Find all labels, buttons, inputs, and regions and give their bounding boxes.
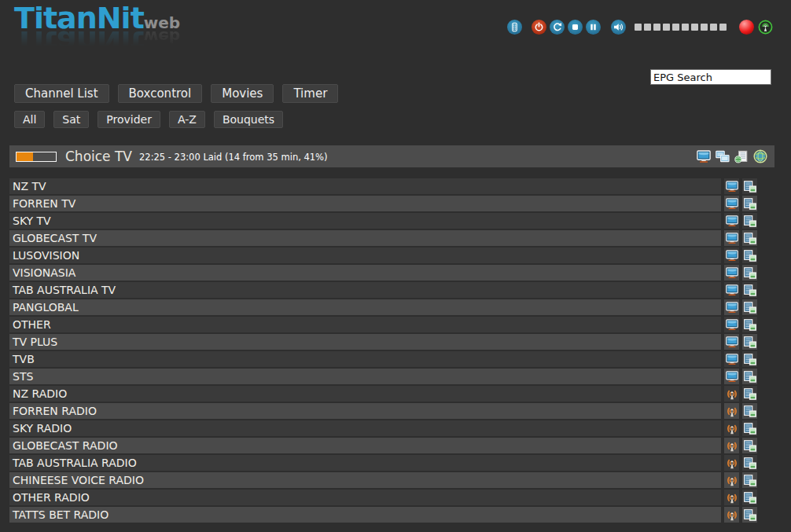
volume-segment[interactable]: [653, 24, 660, 31]
channel-name[interactable]: TVB: [9, 351, 721, 367]
radio-icon-cell[interactable]: [724, 472, 739, 488]
epg-icon-cell[interactable]: [742, 386, 757, 402]
tab-boxcontrol[interactable]: Boxcontrol: [118, 84, 203, 103]
epg-icon-cell[interactable]: [742, 282, 757, 298]
tv-icon-cell[interactable]: [724, 351, 739, 367]
channel-name[interactable]: FORREN TV: [9, 196, 721, 211]
channel-name[interactable]: STS: [9, 369, 721, 384]
epg-icon-cell[interactable]: [742, 265, 757, 281]
tv-icon-cell[interactable]: [724, 299, 739, 315]
epg-icon-cell[interactable]: [742, 490, 757, 505]
epg-icon-cell[interactable]: [742, 230, 757, 246]
radio-icon-cell[interactable]: [724, 403, 739, 419]
volume-segment[interactable]: [635, 24, 642, 31]
epg-icon-cell[interactable]: [742, 455, 757, 471]
epg-icon-cell[interactable]: [742, 420, 757, 436]
volume-segment[interactable]: [663, 24, 670, 31]
epg-icon-cell[interactable]: [742, 438, 757, 453]
epg-search-input[interactable]: [650, 69, 771, 85]
volume-segment[interactable]: [710, 24, 717, 31]
epg-list-icon: [744, 371, 756, 383]
epg-icon-cell[interactable]: [742, 472, 757, 488]
remote-control-button[interactable]: [507, 20, 522, 35]
tv-icon-cell[interactable]: [724, 178, 739, 194]
tv-icon-cell[interactable]: [724, 213, 739, 229]
channel-name[interactable]: OTHER: [9, 317, 721, 332]
tv-icon-cell[interactable]: [724, 196, 739, 211]
tv-icon: [726, 233, 738, 244]
tv-icon-cell[interactable]: [724, 369, 739, 384]
tv-icon-cell[interactable]: [724, 334, 739, 350]
filter-sat[interactable]: Sat: [53, 111, 89, 128]
stop-button[interactable]: [568, 20, 583, 35]
web-button[interactable]: [752, 149, 768, 164]
power-button[interactable]: [532, 20, 546, 35]
radio-icon-cell[interactable]: [724, 455, 739, 471]
tv-icon-cell[interactable]: [724, 282, 739, 298]
channel-name[interactable]: CHINEESE VOICE RADIO: [9, 472, 721, 488]
filter-provider[interactable]: Provider: [97, 111, 160, 128]
epg-icon-cell[interactable]: [742, 178, 757, 194]
radio-icon-cell[interactable]: [724, 386, 739, 402]
channel-name[interactable]: TAB AUSTRALIA TV: [9, 282, 721, 298]
tv-icon: [726, 336, 738, 348]
radio-icon-cell[interactable]: [724, 438, 739, 453]
epg-icon-cell[interactable]: [742, 317, 757, 332]
channel-name[interactable]: NZ RADIO: [9, 386, 721, 402]
volume-segment[interactable]: [682, 24, 689, 31]
channel-row: NZ TV: [9, 178, 757, 194]
tv-icon-cell[interactable]: [724, 317, 739, 332]
volume-segment[interactable]: [701, 24, 708, 31]
channel-name[interactable]: TAB AUSTRALIA RADIO: [9, 455, 721, 471]
tv-icon-cell[interactable]: [724, 248, 739, 263]
epg-icon-cell[interactable]: [742, 213, 757, 229]
tab-channel-list[interactable]: Channel List: [14, 84, 109, 103]
volume-segment[interactable]: [644, 24, 651, 31]
channel-row: GLOBECAST RADIO: [9, 438, 757, 453]
filter-bouquets[interactable]: Bouquets: [214, 111, 283, 128]
volume-segment[interactable]: [672, 24, 679, 31]
filter-all[interactable]: All: [14, 111, 45, 128]
tv-zap-button[interactable]: [696, 149, 712, 164]
screens-button[interactable]: [715, 149, 730, 164]
channel-name[interactable]: TV PLUS: [9, 334, 721, 350]
channel-name[interactable]: GLOBECAST RADIO: [9, 438, 721, 453]
channel-name[interactable]: LUSOVISION: [9, 248, 721, 263]
volume-button[interactable]: [611, 20, 626, 35]
epg-icon-cell[interactable]: [742, 248, 757, 263]
epg-icon-cell[interactable]: [742, 351, 757, 367]
reload-button[interactable]: [550, 20, 565, 35]
epg-icon-cell[interactable]: [742, 507, 757, 523]
tv-icon-cell[interactable]: [724, 230, 739, 246]
channel-name[interactable]: OTHER RADIO: [9, 490, 721, 505]
volume-segment[interactable]: [691, 24, 698, 31]
epg-list-icon: [744, 336, 756, 348]
pause-button[interactable]: [586, 20, 601, 35]
channel-name[interactable]: VISIONASIA: [9, 265, 721, 281]
epg-list-icon: [744, 250, 756, 262]
radio-icon-cell[interactable]: [724, 420, 739, 436]
epg-list-icon: [744, 198, 756, 210]
channel-name[interactable]: SKY TV: [9, 213, 721, 229]
tab-movies[interactable]: Movies: [211, 84, 274, 103]
radio-icon-cell[interactable]: [724, 490, 739, 505]
antenna-icon: [758, 20, 773, 35]
epg-icon-cell[interactable]: [742, 369, 757, 384]
radio-icon-cell[interactable]: [724, 507, 739, 523]
volume-segment[interactable]: [719, 24, 727, 31]
epg-icon-cell[interactable]: [742, 196, 757, 211]
tv-icon-cell[interactable]: [724, 265, 739, 281]
channel-name[interactable]: FORREN RADIO: [9, 403, 721, 419]
channel-name[interactable]: NZ TV: [9, 178, 721, 194]
epg-list-icon: [744, 405, 756, 417]
epg-icon-cell[interactable]: [742, 403, 757, 419]
tab-timer[interactable]: Timer: [282, 84, 338, 103]
epg-icon-cell[interactable]: [742, 299, 757, 315]
channel-name[interactable]: TATTS BET RADIO: [9, 507, 721, 523]
epg-page-button[interactable]: [734, 149, 749, 164]
channel-name[interactable]: SKY RADIO: [9, 420, 721, 436]
epg-icon-cell[interactable]: [742, 334, 757, 350]
channel-name[interactable]: GLOBECAST TV: [9, 230, 721, 246]
filter-a-z[interactable]: A-Z: [169, 111, 205, 128]
channel-name[interactable]: PANGLOBAL: [9, 299, 721, 315]
